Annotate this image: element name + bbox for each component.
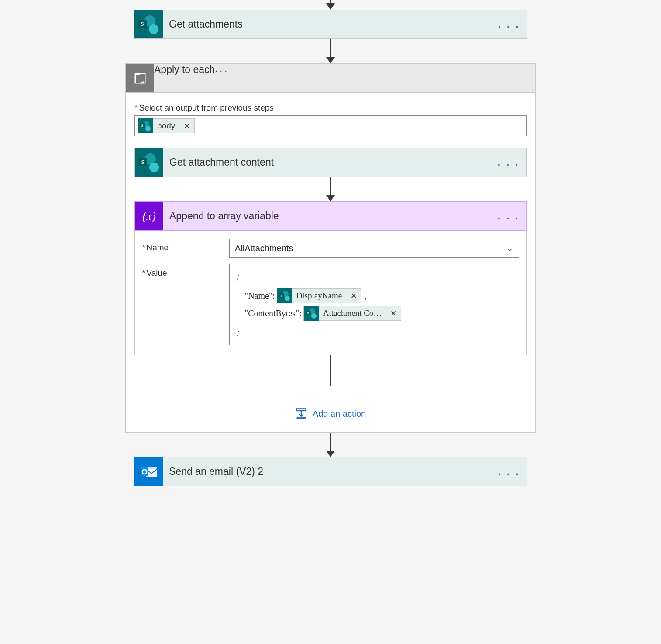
- svg-rect-1: [296, 409, 306, 411]
- append-value-label: *Value: [142, 264, 229, 278]
- ellipsis-icon[interactable]: . . .: [215, 64, 227, 92]
- select-output-label: *Select an output from previous steps: [134, 103, 527, 113]
- sharepoint-icon: S: [277, 288, 292, 303]
- append-value-input[interactable]: { "Name": S DisplayName ✕ ,: [229, 264, 519, 345]
- sharepoint-icon: S: [138, 118, 153, 133]
- step-title: Send an email (V2) 2: [163, 457, 492, 486]
- insert-step-icon: [295, 408, 307, 420]
- remove-token-button[interactable]: ✕: [179, 121, 194, 131]
- step-send-email[interactable]: Send an email (V2) 2 . . .: [134, 457, 527, 486]
- select-output-input[interactable]: S body ✕: [134, 115, 527, 136]
- append-name-select[interactable]: AllAttachments ⌄: [229, 239, 519, 258]
- step-get-attachment-content[interactable]: S Get attachment content . . .: [134, 148, 527, 177]
- loop-icon: [126, 64, 154, 92]
- sharepoint-icon: S: [135, 148, 163, 177]
- append-header[interactable]: {𝑥} Append to array variable . . .: [134, 201, 527, 231]
- step-title: Get attachment content: [163, 148, 491, 177]
- step-get-attachments[interactable]: S Get attachments . . .: [134, 10, 527, 39]
- token-label: body: [153, 119, 179, 133]
- token-label: DisplayName: [292, 289, 346, 303]
- remove-token-button[interactable]: ✕: [346, 291, 361, 301]
- add-action-button[interactable]: Add an action: [295, 408, 366, 420]
- sharepoint-icon: S: [134, 10, 163, 38]
- token-body[interactable]: S body ✕: [138, 118, 195, 133]
- step-apply-to-each: Apply to each . . . *Select an output fr…: [125, 63, 536, 433]
- variable-icon: {𝑥}: [135, 202, 163, 230]
- step-title: Apply to each: [154, 64, 215, 92]
- step-title: Append to array variable: [163, 202, 491, 230]
- step-title: Get attachments: [163, 10, 492, 38]
- token-attachment-content[interactable]: S Attachment Co… ✕: [303, 306, 402, 321]
- token-label: Attachment Co…: [319, 306, 386, 320]
- add-action-label: Add an action: [313, 409, 366, 419]
- value-key-contentbytes: "ContentBytes":: [244, 305, 302, 322]
- ellipsis-icon[interactable]: . . .: [492, 10, 527, 38]
- append-name-value: AllAttachments: [235, 243, 293, 253]
- ellipsis-icon[interactable]: . . .: [492, 457, 527, 486]
- sharepoint-icon: S: [304, 306, 319, 321]
- ellipsis-icon[interactable]: . . .: [491, 202, 526, 230]
- value-comma: ,: [363, 287, 366, 305]
- ellipsis-icon[interactable]: . . .: [491, 148, 526, 177]
- chevron-down-icon: ⌄: [506, 243, 513, 253]
- token-displayname[interactable]: S DisplayName ✕: [277, 288, 361, 303]
- scope-header[interactable]: Apply to each . . .: [126, 64, 535, 92]
- value-key-name: "Name":: [244, 287, 275, 305]
- outlook-icon: [134, 457, 163, 486]
- append-name-label: *Name: [142, 239, 229, 253]
- svg-rect-3: [296, 417, 306, 419]
- value-brace-close: }: [236, 322, 513, 339]
- step-append-array: {𝑥} Append to array variable . . . *Name…: [134, 201, 527, 355]
- remove-token-button[interactable]: ✕: [386, 309, 401, 318]
- value-brace-open: {: [236, 270, 513, 287]
